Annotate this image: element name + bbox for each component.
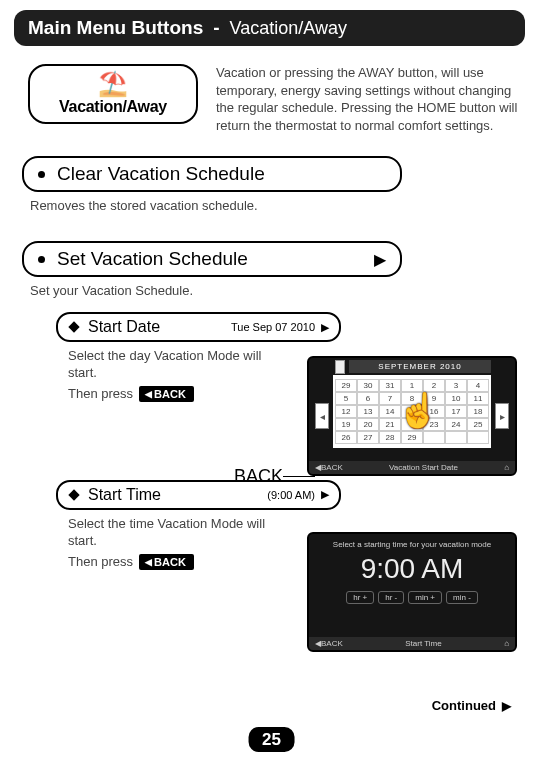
home-icon: ⌂ [504, 463, 509, 472]
calendar-spiral-icon [335, 360, 345, 374]
hr-minus-button: hr - [378, 591, 404, 604]
start-time-desc: Select the time Vacation Mode will start… [68, 516, 268, 550]
bullet-icon [38, 256, 45, 263]
diamond-icon [68, 489, 79, 500]
clear-vacation-desc: Removes the stored vacation schedule. [30, 198, 525, 213]
set-vacation-desc: Set your Vacation Schedule. [30, 283, 525, 298]
chevron-right-icon: ▶ [321, 321, 329, 334]
intro-paragraph: Vacation or pressing the AWAY button, wi… [216, 64, 525, 134]
calendar-next-icon: ▸ [495, 403, 509, 429]
screen-back-label: ◀BACK [315, 463, 343, 472]
back-pointer-label: BACK [234, 466, 315, 487]
pointing-hand-icon: ☝ [397, 390, 439, 430]
time-button-row: hr + hr - min + min - [309, 591, 515, 618]
diamond-icon [68, 322, 79, 333]
back-badge[interactable]: BACK [139, 386, 194, 402]
min-plus-button: min + [408, 591, 442, 604]
time-screen-value: 9:00 AM [309, 551, 515, 591]
page-header: Main Menu Buttons - Vacation/Away [14, 10, 525, 46]
screen-back-label: ◀BACK [315, 639, 343, 648]
calendar-month-label: SEPTEMBER 2010 [349, 360, 491, 373]
chevron-right-icon: ▶ [321, 488, 329, 501]
continued-label: Continued [432, 698, 511, 713]
home-icon: ⌂ [504, 639, 509, 648]
header-main-title: Main Menu Buttons [28, 17, 203, 39]
vacation-away-label: Vacation/Away [59, 98, 167, 116]
start-date-label: Start Date [88, 318, 160, 336]
pointer-line [283, 476, 315, 477]
time-screenshot: Select a starting time for your vacation… [307, 532, 517, 652]
bullet-icon [38, 171, 45, 178]
clear-vacation-label: Clear Vacation Schedule [57, 163, 265, 185]
start-time-label: Start Time [88, 486, 161, 504]
start-date-button[interactable]: Start Date Tue Sep 07 2010 ▶ [56, 312, 341, 342]
clear-vacation-schedule-button[interactable]: Clear Vacation Schedule [22, 156, 402, 192]
screen-title-label: Vacation Start Date [389, 463, 458, 472]
vacation-away-box: ⛱️ Vacation/Away [28, 64, 198, 124]
umbrella-icon: ⛱️ [98, 72, 128, 96]
start-time-value: (9:00 AM) [267, 489, 315, 501]
screen-title-label: Start Time [405, 639, 441, 648]
start-date-desc: Select the day Vacation Mode will start. [68, 348, 268, 382]
min-minus-button: min - [446, 591, 478, 604]
start-date-value: Tue Sep 07 2010 [231, 321, 315, 333]
set-vacation-schedule-button[interactable]: Set Vacation Schedule ▶ [22, 241, 402, 277]
set-vacation-label: Set Vacation Schedule [57, 248, 248, 270]
header-dash: - [213, 17, 219, 39]
chevron-right-icon: ▶ [374, 250, 386, 269]
hr-plus-button: hr + [346, 591, 374, 604]
header-sub-title: Vacation/Away [230, 18, 347, 39]
page-number: 25 [248, 730, 295, 750]
calendar-prev-icon: ◂ [315, 403, 329, 429]
calendar-screenshot: SEPTEMBER 2010 2930311234 567891011 1213… [307, 356, 517, 476]
time-screen-msg: Select a starting time for your vacation… [309, 534, 515, 551]
back-badge[interactable]: BACK [139, 554, 194, 570]
